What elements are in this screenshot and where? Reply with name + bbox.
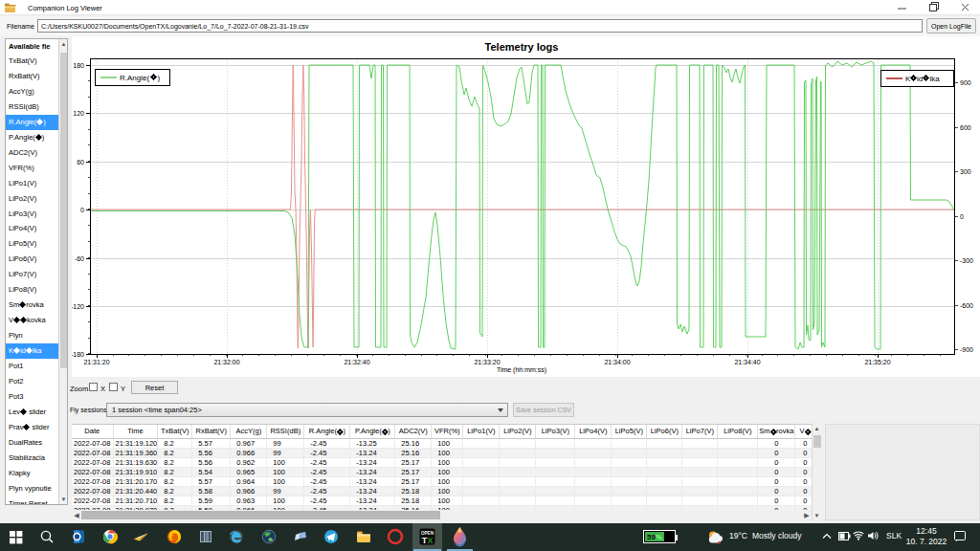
svg-text:180: 180 [73,62,84,69]
svg-text:-600: -600 [960,302,973,309]
svg-text:X: X [427,536,433,545]
svg-text:K: K [905,75,911,83]
svg-text:21:32:00: 21:32:00 [213,359,239,365]
svg-text:300: 300 [960,168,971,175]
svg-text:): ) [158,74,161,82]
svg-text:600: 600 [960,124,971,131]
svg-text:-180: -180 [72,351,84,358]
svg-text:Time (hh:mm:ss): Time (hh:mm:ss) [497,366,546,374]
svg-text:0: 0 [80,207,84,213]
svg-text:R.Angle(: R.Angle( [120,74,149,82]
svg-text:lka: lka [930,75,941,83]
svg-text:21:34:00: 21:34:00 [604,359,630,365]
svg-text:-300: -300 [960,257,973,264]
svg-text:id: id [917,75,923,83]
svg-text:21:33:20: 21:33:20 [474,359,500,365]
svg-text:Telemetry logs: Telemetry logs [485,41,559,53]
svg-text:120: 120 [73,110,84,117]
svg-text:21:32:40: 21:32:40 [344,359,369,365]
svg-text:-900: -900 [960,346,973,353]
svg-text:900: 900 [960,79,971,86]
svg-text:60: 60 [77,159,84,165]
svg-text:0: 0 [960,213,964,220]
svg-text:21:35:20: 21:35:20 [864,359,890,365]
svg-text:-60: -60 [75,255,84,262]
svg-text:21:34:40: 21:34:40 [734,359,760,365]
svg-text:21:31:20: 21:31:20 [83,359,109,365]
svg-text:-120: -120 [72,303,84,310]
